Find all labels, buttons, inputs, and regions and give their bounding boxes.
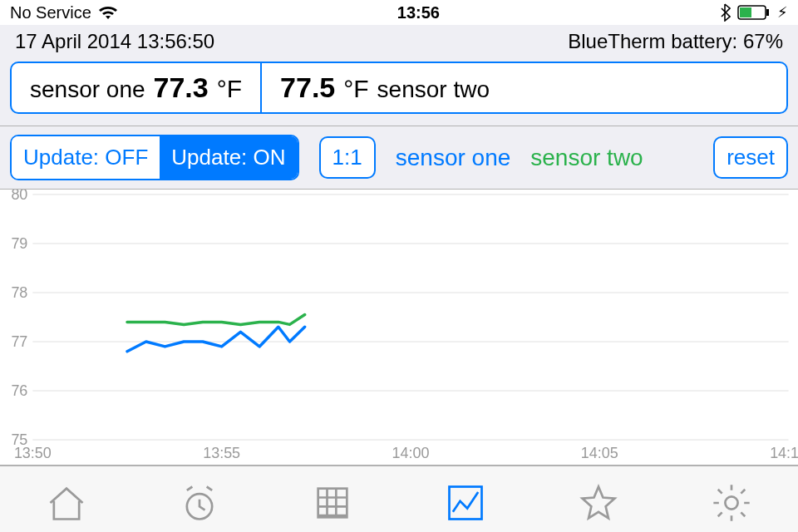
tab-table[interactable]	[266, 466, 399, 532]
legend-sensor-two[interactable]: sensor two	[530, 145, 643, 171]
bluetooth-icon	[719, 3, 731, 22]
svg-rect-22	[450, 486, 482, 519]
sensor-one-value: 77.3	[154, 71, 209, 104]
tab-favorites[interactable]	[532, 466, 665, 532]
sensor-readout-box: sensor one 77.3 °F 77.5 °F sensor two	[10, 62, 788, 114]
charging-icon: ⚡︎	[777, 3, 788, 22]
sensor-one-label: sensor one	[30, 76, 145, 103]
sensor-two-readout: 77.5 °F sensor two	[262, 63, 508, 112]
svg-text:78: 78	[11, 284, 27, 301]
tab-bar	[0, 466, 798, 532]
clock-label: 13:56	[397, 3, 440, 22]
svg-text:79: 79	[11, 235, 27, 252]
svg-text:13:55: 13:55	[203, 445, 240, 461]
sensor-one-unit: °F	[217, 75, 242, 103]
ios-status-bar: No Service 13:56 ⚡︎	[0, 0, 798, 25]
update-off-button[interactable]: Update: OFF	[12, 136, 160, 179]
tab-home[interactable]	[0, 466, 133, 532]
header-panel: 17 April 2014 13:56:50 BlueTherm battery…	[0, 25, 798, 126]
svg-text:13:50: 13:50	[14, 445, 52, 461]
svg-rect-2	[766, 9, 769, 16]
svg-point-23	[725, 496, 737, 509]
legend-sensor-one[interactable]: sensor one	[396, 145, 511, 171]
update-toggle[interactable]: Update: OFF Update: ON	[10, 135, 299, 180]
sensor-one-readout: sensor one 77.3 °F	[12, 63, 262, 112]
svg-text:76: 76	[11, 382, 27, 399]
sensor-two-value: 77.5	[280, 71, 335, 104]
chart[interactable]: 75767778798013:5013:5514:0014:0514:10	[0, 190, 798, 466]
svg-rect-21	[318, 488, 347, 517]
carrier-label: No Service	[10, 3, 91, 22]
update-on-button[interactable]: Update: ON	[160, 136, 297, 179]
chart-toolbar: Update: OFF Update: ON 1:1 sensor one se…	[0, 126, 798, 190]
datetime-label: 17 April 2014 13:56:50	[15, 30, 214, 53]
sensor-two-unit: °F	[343, 75, 368, 103]
battery-icon	[737, 5, 771, 20]
svg-rect-1	[740, 7, 751, 17]
svg-text:77: 77	[11, 333, 27, 350]
reset-button[interactable]: reset	[713, 136, 788, 179]
tab-chart[interactable]	[399, 466, 532, 532]
wifi-icon	[98, 5, 118, 20]
ratio-button[interactable]: 1:1	[319, 136, 376, 179]
sensor-two-label: sensor two	[377, 76, 490, 103]
tab-settings[interactable]	[665, 466, 798, 532]
svg-text:14:10: 14:10	[770, 445, 798, 461]
svg-text:14:05: 14:05	[581, 445, 618, 461]
svg-text:80: 80	[11, 190, 27, 203]
svg-text:14:00: 14:00	[392, 445, 430, 461]
tab-alarm[interactable]	[133, 466, 266, 532]
device-battery-label: BlueTherm battery: 67%	[568, 30, 783, 53]
